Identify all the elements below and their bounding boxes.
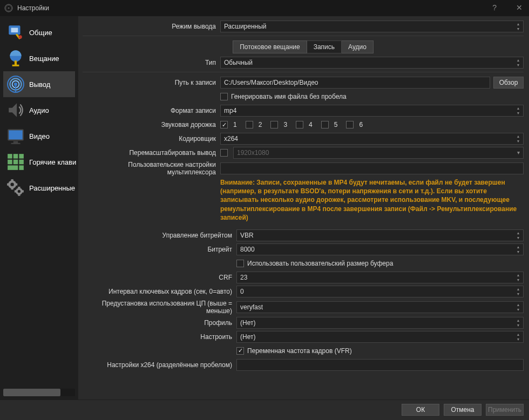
output-mode-select[interactable]: Расширенный: [220, 21, 524, 32]
profile-label: Профиль: [83, 319, 236, 327]
browse-button[interactable]: Обзор: [493, 77, 524, 89]
tune-select[interactable]: (Нет): [236, 331, 524, 343]
keyint-input[interactable]: 0: [236, 286, 524, 297]
output-mode-label: Режим вывода: [83, 23, 220, 30]
track-2-label: 2: [259, 121, 262, 128]
format-label: Формат записи: [83, 107, 220, 114]
sidebar-item-label: Видео: [29, 132, 50, 140]
content-area: Режим вывода Расширенный Потоковое вещан…: [78, 16, 529, 399]
sidebar-scrollbar[interactable]: [3, 389, 75, 396]
track-4-checkbox[interactable]: [296, 121, 303, 128]
preset-select[interactable]: veryfast: [236, 301, 524, 313]
muxer-input[interactable]: [220, 162, 524, 174]
track-6-label: 6: [359, 121, 363, 128]
sidebar-item-label: Горячие клави: [29, 158, 76, 166]
rescale-label: Перемасштабировать вывод: [83, 149, 220, 157]
sidebar-item-general[interactable]: Общие: [3, 19, 75, 45]
svg-rect-33: [18, 194, 20, 196]
track-2-checkbox[interactable]: [246, 121, 253, 128]
sidebar: Общие Вещание Вывод Аудио Видео Горячие …: [0, 16, 78, 399]
path-input[interactable]: [220, 77, 490, 89]
type-select[interactable]: Обычный: [220, 57, 524, 69]
app-icon: [4, 4, 13, 12]
x264opts-label: Настройки x264 (разделённые пробелом): [83, 361, 236, 369]
sidebar-item-label: Аудио: [29, 106, 49, 114]
custom-buffer-checkbox[interactable]: [236, 260, 244, 267]
sidebar-item-audio[interactable]: Аудио: [3, 97, 75, 123]
sidebar-item-label: Вещание: [29, 55, 59, 63]
output-icon: [6, 75, 25, 93]
rescale-select[interactable]: 1920x1080: [233, 147, 524, 159]
stream-icon: [6, 49, 25, 67]
hotkeys-icon: [6, 153, 25, 171]
sidebar-item-label: Вывод: [29, 80, 50, 89]
track-5-checkbox[interactable]: [321, 121, 329, 128]
svg-rect-25: [19, 165, 24, 170]
crf-label: CRF: [83, 274, 236, 281]
svg-rect-17: [11, 143, 21, 144]
tracks-label: Звуковая дорожка: [83, 121, 220, 128]
track-4-label: 4: [309, 121, 313, 128]
titlebar: Настройки ? ✕: [0, 0, 529, 16]
no-space-label: Генерировать имя файла без пробела: [231, 93, 347, 100]
ok-button[interactable]: ОК: [402, 404, 439, 416]
svg-rect-21: [8, 160, 12, 165]
svg-rect-23: [19, 160, 24, 165]
apply-button[interactable]: Применить: [486, 404, 524, 416]
track-3-checkbox[interactable]: [270, 121, 278, 128]
tab-streaming[interactable]: Потоковое вещание: [233, 40, 307, 53]
x264opts-input[interactable]: [236, 359, 524, 371]
close-button[interactable]: ✕: [516, 3, 523, 12]
help-button[interactable]: ?: [492, 3, 497, 12]
track-5-label: 5: [334, 121, 338, 128]
track-3-label: 3: [283, 121, 287, 128]
svg-rect-15: [9, 130, 23, 139]
keyint-label: Интервал ключевых кадров (сек, 0=авто): [83, 288, 236, 295]
track-1-checkbox[interactable]: [220, 121, 228, 128]
video-icon: [6, 127, 25, 145]
svg-rect-4: [11, 28, 18, 33]
preset-label: Предустановка использования ЦП (выше = м…: [83, 300, 236, 315]
crf-input[interactable]: 23: [236, 272, 524, 283]
sidebar-item-hotkeys[interactable]: Горячие клави: [3, 149, 75, 175]
svg-rect-18: [8, 154, 12, 159]
no-space-checkbox[interactable]: [220, 93, 228, 100]
svg-rect-22: [13, 160, 18, 165]
svg-rect-28: [11, 187, 13, 189]
svg-rect-7: [15, 60, 17, 65]
vfr-checkbox[interactable]: [236, 347, 244, 355]
muxer-label: Пользовательские настройки мультиплексор…: [83, 161, 220, 176]
divider: [83, 72, 524, 72]
svg-rect-19: [13, 154, 18, 159]
path-label: Путь к записи: [83, 79, 220, 86]
svg-rect-20: [19, 154, 24, 159]
output-tabs: Потоковое вещание Запись Аудио: [83, 40, 524, 53]
format-select[interactable]: mp4: [220, 105, 524, 117]
track-6-checkbox[interactable]: [346, 121, 354, 128]
sidebar-item-stream[interactable]: Вещание: [3, 45, 75, 71]
track-1-label: 1: [233, 121, 237, 128]
sidebar-item-output[interactable]: Вывод: [3, 71, 75, 97]
svg-rect-8: [12, 65, 19, 66]
sidebar-item-label: Расширенные: [29, 184, 75, 192]
sidebar-item-video[interactable]: Видео: [3, 123, 75, 149]
tab-audio[interactable]: Аудио: [342, 40, 374, 53]
vfr-label: Переменная частота кадров (VFR): [247, 347, 352, 355]
svg-rect-16: [13, 141, 18, 143]
svg-point-36: [10, 182, 13, 186]
divider: [83, 36, 524, 36]
tab-recording[interactable]: Запись: [307, 40, 342, 53]
sidebar-item-advanced[interactable]: Расширенные: [3, 175, 75, 201]
general-icon: [6, 23, 25, 42]
type-label: Тип: [83, 59, 220, 66]
encoder-select[interactable]: x264: [220, 133, 524, 145]
svg-rect-32: [18, 187, 20, 188]
cancel-button[interactable]: Отмена: [444, 404, 481, 416]
rate-control-label: Управление битрейтом: [83, 232, 236, 239]
rate-control-select[interactable]: VBR: [236, 229, 524, 241]
profile-select[interactable]: (Нет): [236, 317, 524, 329]
mp4-warning: Внимание: Записи, сохраненные в MP4 буду…: [83, 178, 524, 222]
svg-rect-35: [22, 190, 24, 192]
bitrate-input[interactable]: 8000: [236, 243, 524, 255]
rescale-checkbox[interactable]: [220, 149, 228, 157]
